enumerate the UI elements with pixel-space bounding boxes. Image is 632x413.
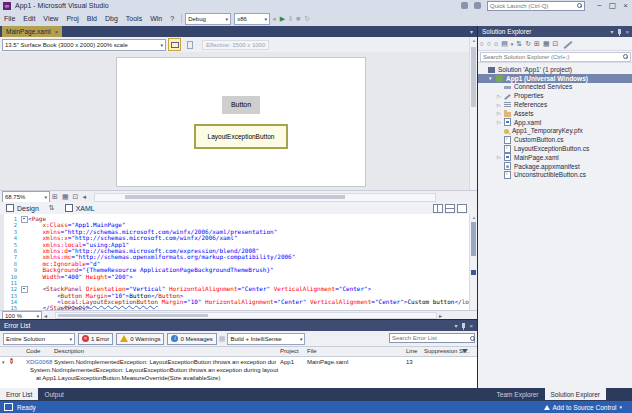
quick-launch-input[interactable] <box>490 2 577 9</box>
tree-item-connected-services[interactable]: Connected Services <box>478 83 632 92</box>
swap-panes-icon[interactable]: ⇅ <box>45 204 59 212</box>
tab-output[interactable]: Output <box>38 388 70 400</box>
error-code-link[interactable]: XDG0068 <box>26 359 52 365</box>
error-scope-dropdown[interactable]: Entire Solution ▾ <box>3 333 75 345</box>
scrollbar-thumb[interactable] <box>471 222 476 256</box>
collapse-all-icon[interactable]: ⊞ <box>533 40 542 48</box>
platform-dropdown[interactable]: x86 ▾ <box>234 13 270 25</box>
minimize-button[interactable]: − <box>593 0 606 11</box>
switch-views-icon[interactable]: ▤ <box>500 40 510 48</box>
error-search-input[interactable] <box>392 335 470 342</box>
tree-item-solution-app1-1-project[interactable]: Solution 'App1' (1 project) <box>478 65 632 74</box>
column-header-code[interactable]: Code <box>26 348 40 354</box>
debug-configuration-dropdown[interactable]: Debug ▾ <box>185 13 231 25</box>
column-header-file[interactable]: File <box>307 348 317 354</box>
code-view-icon[interactable]: ⊡ <box>551 40 560 48</box>
menu-proj[interactable]: Proj <box>62 15 82 22</box>
tab-mainpage-xaml[interactable]: MainPage.xaml × <box>2 26 62 37</box>
close-tab-icon[interactable]: × <box>55 29 59 35</box>
scrollbar-thumb[interactable] <box>471 47 476 107</box>
pin-icon[interactable] <box>462 323 465 328</box>
expand-icon[interactable]: ▷ <box>497 110 504 116</box>
menu-bld[interactable]: Bld <box>83 15 101 22</box>
expand-icon[interactable]: ▷ <box>497 102 504 108</box>
window-position-icon[interactable]: ▾ <box>610 28 613 35</box>
show-all-files-icon[interactable]: ▦ <box>541 40 551 48</box>
error-list-header[interactable]: Error List ▾ × <box>0 320 477 331</box>
refresh-icon[interactable]: ↻ <box>524 40 533 48</box>
column-header-suppression-st[interactable]: Suppression St... <box>424 348 470 354</box>
tree-item-layoutexceptionbutton-cs[interactable]: LayoutExceptionButton.cs <box>478 144 632 153</box>
collapse-icon[interactable]: ▾ <box>489 75 496 81</box>
show-grid-icon[interactable]: ⊞ <box>50 193 60 201</box>
scroll-up-icon[interactable]: ▴ <box>473 214 476 220</box>
tree-item-custombutton-cs[interactable]: CustomButton.cs <box>478 135 632 144</box>
solution-explorer-header[interactable]: Solution Explorer ▾ × <box>478 26 632 37</box>
scrollbar-thumb[interactable] <box>58 314 208 317</box>
messages-filter-button[interactable]: i 0 Messages <box>167 333 216 345</box>
tree-item-properties[interactable]: ▷Properties <box>478 91 632 100</box>
design-horizontal-scrollbar[interactable] <box>94 193 436 202</box>
design-canvas[interactable]: Button LayoutExceptionButton <box>116 57 366 187</box>
vertical-split-icon[interactable] <box>433 204 443 213</box>
scrollbar-thumb[interactable] <box>125 195 345 199</box>
scroll-left-icon[interactable]: ◂ <box>80 193 88 201</box>
error-file[interactable]: MainPage.xaml <box>307 359 348 365</box>
tree-item-app-xaml[interactable]: ▷App.xaml <box>478 118 632 127</box>
editor-horizontal-scrollbar[interactable] <box>55 312 437 319</box>
tab-xaml-view[interactable]: XAML <box>59 202 101 214</box>
errors-filter-button[interactable]: × 1 Error <box>78 333 113 345</box>
device-preview-dropdown[interactable]: 13.5" Surface Book (3000 x 2000) 200% sc… <box>2 39 166 51</box>
tree-item-unconstructiblebutton-cs[interactable]: UnconstructibleButton.cs <box>478 171 632 180</box>
horizontal-split-icon[interactable] <box>445 204 455 213</box>
snaplines-icon[interactable]: ⊡ <box>71 193 81 201</box>
column-header-description[interactable]: Description <box>54 348 84 354</box>
navigate-back-icon[interactable]: ◂ <box>270 15 278 23</box>
pin-icon[interactable] <box>618 29 621 34</box>
tab-design-view[interactable]: Design <box>0 202 45 214</box>
source-control-button[interactable]: Add to Source Control ▾ <box>544 404 622 411</box>
menu-edit[interactable]: Edit <box>19 15 39 22</box>
menu-file[interactable]: File <box>0 15 19 22</box>
menu-dbg[interactable]: Dbg <box>101 15 122 22</box>
home-icon[interactable]: ⌂ <box>492 40 499 47</box>
navigate-forward-icon[interactable]: ○ <box>485 40 492 47</box>
tree-item-package-appxmanifest[interactable]: Package.appxmanifest <box>478 162 632 171</box>
menu-[interactable]: ? <box>166 15 178 22</box>
column-header-line[interactable]: Line <box>406 348 417 354</box>
tree-item-app1-universal-windows[interactable]: ▾App1 (Universal Windows) <box>478 74 632 83</box>
fold-toggle-icon[interactable] <box>20 286 28 292</box>
properties-icon[interactable] <box>563 41 572 49</box>
solution-search-input[interactable] <box>483 53 623 60</box>
collapse-pane-icon[interactable] <box>457 204 467 213</box>
snap-grid-icon[interactable]: ▦ <box>60 193 71 201</box>
menu-win[interactable]: Win <box>146 15 166 22</box>
tree-item-assets[interactable]: ▷Assets <box>478 109 632 118</box>
tab-error-list[interactable]: Error List <box>0 388 38 400</box>
close-icon[interactable]: × <box>469 323 473 329</box>
feedback-icon[interactable] <box>461 2 468 9</box>
landscape-orientation-button[interactable] <box>168 38 181 51</box>
portrait-orientation-button[interactable] <box>183 38 196 51</box>
maximize-button[interactable]: ▢ <box>606 0 619 11</box>
error-description[interactable]: System.NotImplementedException: LayoutEx… <box>54 359 276 365</box>
scroll-left-icon[interactable]: ◂ <box>42 312 49 319</box>
tree-item-references[interactable]: ▷References <box>478 100 632 109</box>
designed-button[interactable]: Button <box>222 96 260 114</box>
error-line[interactable]: 13 <box>406 359 413 365</box>
tree-item-app1-temporarykey-pfx[interactable]: App1_TemporaryKey.pfx <box>478 127 632 136</box>
expand-icon[interactable]: ▷ <box>497 154 504 160</box>
warnings-filter-button[interactable]: 0 Warnings <box>116 333 164 345</box>
scroll-up-icon[interactable]: ▴ <box>473 37 476 43</box>
menu-tools[interactable]: Tools <box>122 15 146 22</box>
close-icon[interactable]: × <box>625 29 629 35</box>
sync-active-document-icon[interactable]: ⇅ <box>515 40 524 48</box>
tab-solution-explorer[interactable]: Solution Explorer <box>545 388 607 400</box>
expand-icon[interactable]: ▷ <box>497 119 504 125</box>
error-source-dropdown[interactable]: Build + IntelliSense ▾ <box>227 333 305 345</box>
menu-view[interactable]: View <box>39 15 62 22</box>
navigate-back-icon[interactable]: ○ <box>478 40 485 47</box>
column-header-project[interactable]: Project <box>280 348 299 354</box>
window-position-icon[interactable]: ▾ <box>454 322 457 329</box>
scroll-right-icon[interactable]: ▸ <box>437 312 444 319</box>
